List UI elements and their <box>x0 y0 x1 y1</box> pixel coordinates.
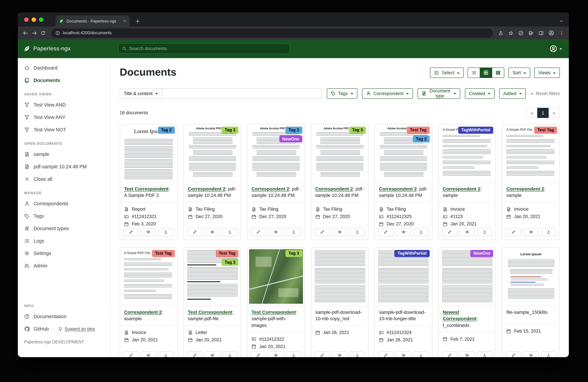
search-input[interactable] <box>129 46 286 51</box>
view-grid-button[interactable] <box>480 67 492 78</box>
document-card[interactable]: Adobe Acrobat PDF FilesTag 3 Corresponde… <box>311 124 368 240</box>
sidebar-item-admin[interactable]: Admin <box>18 259 110 272</box>
document-thumbnail[interactable]: Adobe Acrobat PDF FilesTag 2NewOne <box>248 124 304 182</box>
forward-button[interactable] <box>32 30 37 36</box>
reset-filters-button[interactable]: × Reset filters <box>530 91 560 96</box>
sidebar-item-document-types[interactable]: Document types <box>18 222 110 235</box>
edit-button[interactable] <box>315 351 330 357</box>
back-button[interactable] <box>22 30 28 36</box>
tag-badge-tag-3[interactable]: Tag 3 <box>349 126 366 134</box>
bookmark-star-icon[interactable] <box>508 30 513 36</box>
preview-button[interactable] <box>396 351 411 357</box>
edit-button[interactable] <box>251 228 266 236</box>
document-card[interactable]: Adobe Acrobat PDF FilesTest TagTag 2 Cor… <box>375 124 432 240</box>
sidebar-item-github[interactable]: GitHubSuggest an idea <box>18 322 110 335</box>
edit-button[interactable] <box>187 351 202 357</box>
preview-button[interactable] <box>396 228 411 236</box>
download-button[interactable] <box>286 228 301 236</box>
tag-badge-test-tag[interactable]: Test Tag <box>407 126 430 134</box>
document-thumbnail[interactable]: Tag 3 <box>248 247 304 305</box>
tag-badge-test-tag[interactable]: Test Tag <box>534 126 557 134</box>
preview-button[interactable] <box>205 351 220 357</box>
download-button[interactable] <box>541 351 556 357</box>
download-button[interactable] <box>477 228 492 236</box>
tags-filter-dropdown[interactable]: Tags <box>327 88 357 99</box>
download-button[interactable] <box>413 351 428 357</box>
extensions-icon[interactable] <box>528 30 534 36</box>
download-button[interactable] <box>159 228 174 236</box>
edit-button[interactable] <box>442 228 457 236</box>
reload-button[interactable] <box>41 30 46 36</box>
document-card[interactable]: sample-pdf-download-10-mb copy_red Jan 2… <box>311 247 368 357</box>
preview-button[interactable] <box>269 351 284 357</box>
sort-dropdown[interactable]: Sort <box>508 67 530 78</box>
document-card[interactable]: Adobe Acrobat PDF FilesTag 3 Corresponde… <box>183 124 241 240</box>
document-thumbnail[interactable]: Adobe Acrobat PDF FilesTag 3 <box>311 124 368 182</box>
sidebar-item-tags[interactable]: Tags <box>18 210 110 222</box>
document-thumbnail[interactable]: A Simple PDF FileTest Tag <box>120 247 177 305</box>
sidebar-item-close-all[interactable]: Close all <box>18 173 110 185</box>
edit-button[interactable] <box>378 228 394 236</box>
correspondent-link[interactable]: Correspondent 2 <box>379 186 417 191</box>
tag-badge-tag-2[interactable]: Tag 2 <box>413 135 429 143</box>
preview-button[interactable] <box>141 228 156 236</box>
pagination-page-1[interactable]: 1 <box>537 108 549 118</box>
new-tab-button[interactable] <box>135 19 140 24</box>
document-card[interactable]: Test TagTag 3 Test Correspondent: sample… <box>183 247 241 357</box>
split-view-icon[interactable] <box>539 30 544 36</box>
tag-badge-newone[interactable]: NewOne <box>470 250 493 257</box>
download-button[interactable] <box>286 351 301 357</box>
user-menu[interactable] <box>550 45 562 52</box>
document-card[interactable]: A Simple PDF FileTagWithPartial Correspo… <box>438 124 496 240</box>
correspondent-link[interactable]: Correspondent 2 <box>315 186 353 191</box>
site-info-icon[interactable] <box>56 31 60 35</box>
sidebar-item-documentation[interactable]: Documentation <box>18 310 110 322</box>
preview-button[interactable] <box>460 228 475 236</box>
document-card[interactable]: Lorem ipsum file-sample_150kBs Feb 15, 2… <box>502 247 560 357</box>
sidebar-item-logs[interactable]: Logs <box>18 235 110 247</box>
document-thumbnail[interactable]: Lorem IpsumTag 2 <box>120 124 177 182</box>
preview-button[interactable] <box>460 351 475 357</box>
browser-profile-icon[interactable] <box>549 30 554 36</box>
tag-badge-tag-3[interactable]: Tag 3 <box>222 126 238 134</box>
preview-button[interactable] <box>332 351 347 357</box>
preview-button[interactable] <box>205 228 220 236</box>
edit-button[interactable] <box>187 228 202 236</box>
edit-button[interactable] <box>442 351 457 357</box>
browser-menu-icon[interactable] <box>559 30 564 36</box>
document-thumbnail[interactable]: Test TagTag 3 <box>184 247 241 305</box>
tag-badge-tagwithpartial[interactable]: TagWithPartial <box>458 126 493 134</box>
filter-text-input[interactable] <box>162 88 322 99</box>
document-card[interactable]: TagWithPartial sample-pdf-download-10-mb… <box>375 247 432 357</box>
correspondent-link[interactable]: Correspondent 2 <box>124 309 162 315</box>
document-card[interactable]: A Simple PDF FileTest Tag Correspondent … <box>502 124 560 240</box>
preview-button[interactable] <box>269 228 284 236</box>
views-dropdown[interactable]: Views <box>534 67 560 78</box>
download-button[interactable] <box>222 351 237 357</box>
sidebar-item-test-view-any[interactable]: Test View ANY <box>18 111 110 123</box>
correspondent-link[interactable]: Correspondent 2 <box>506 186 544 191</box>
preview-button[interactable] <box>523 351 538 357</box>
select-dropdown[interactable]: Select <box>430 67 464 78</box>
window-minimize-button[interactable] <box>32 18 36 22</box>
document-card[interactable]: NewOne Newest Correspondent: f_combineds… <box>438 247 496 357</box>
correspondent-link[interactable]: Test Correspondent <box>252 309 296 315</box>
edit-button[interactable] <box>506 228 521 236</box>
added-filter-dropdown[interactable]: Added <box>499 88 526 99</box>
view-table-button[interactable] <box>492 67 504 78</box>
window-zoom-button[interactable] <box>39 18 43 22</box>
view-list-button[interactable] <box>468 67 480 78</box>
tag-badge-tag-3[interactable]: Tag 3 <box>285 250 302 257</box>
pagination-prev[interactable]: « <box>526 108 538 118</box>
document-thumbnail[interactable]: Lorem ipsum <box>503 247 559 305</box>
tag-badge-tagwithpartial[interactable]: TagWithPartial <box>395 250 430 257</box>
tag-badge-newone[interactable]: NewOne <box>279 135 302 143</box>
download-button[interactable] <box>159 351 174 357</box>
correspondent-link[interactable]: Newest Correspondent <box>443 309 477 321</box>
edit-button[interactable] <box>123 351 139 357</box>
correspondent-link[interactable]: Test Correspondent <box>124 186 168 191</box>
correspondent-link[interactable]: Correspondent 2 <box>252 186 289 191</box>
document-type-filter-dropdown[interactable]: Document type <box>418 88 460 99</box>
correspondent-link[interactable]: Test Correspondent <box>188 309 232 315</box>
address-bar[interactable]: localhost:4200/documents <box>51 28 493 38</box>
